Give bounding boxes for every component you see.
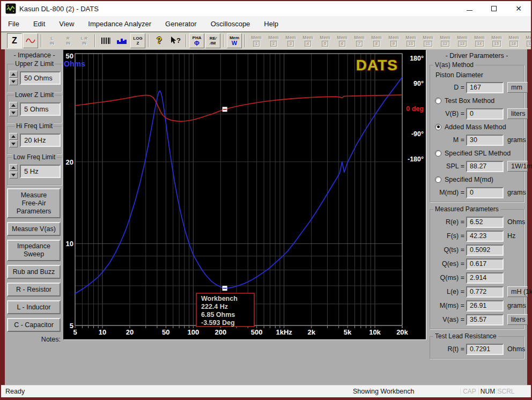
close-button[interactable]: ✕ [506, 1, 531, 16]
toolbar-mem-16-button[interactable]: Mem16 [506, 33, 522, 48]
toolbar-real-imaginary-button[interactable]: RE⁄⁄IM [205, 33, 220, 48]
parameter-value-field[interactable]: 0.772 [466, 286, 504, 298]
toolbar-mem-2-button[interactable]: Mem2 [265, 33, 282, 48]
toolbar-mem-15-button[interactable]: Mem15 [489, 33, 505, 48]
parameter-value-field[interactable]: 0.617 [466, 258, 504, 270]
chart-canvas[interactable]: 51020501002005001kHz2k5k10k20k5020105Ohm… [63, 50, 426, 339]
test-lead-resistance-group: Test Lead ResistanceR(t) =0.7291Ohms [430, 336, 524, 359]
toolbar-left-input-button[interactable]: LIN [45, 33, 60, 48]
parameter-value-field[interactable]: 0.5092 [466, 245, 504, 256]
app-icon [5, 3, 16, 14]
radio-added-mass-method[interactable] [435, 124, 441, 130]
limit-value-field[interactable]: 5 Ohms [20, 102, 61, 116]
minimize-icon [467, 10, 472, 11]
action-button-rub-and-buzz[interactable]: Rub and Buzz [7, 265, 61, 279]
parameter-value-field[interactable]: 2.914 [466, 272, 504, 284]
spin-down-button[interactable] [9, 172, 18, 179]
menu-item-edit[interactable]: Edit [26, 16, 52, 31]
action-button-l-inductor[interactable]: L - Inductor [7, 300, 61, 314]
maximize-button[interactable] [482, 1, 506, 16]
svg-text:-90°: -90° [411, 130, 424, 138]
unit-selector[interactable]: mH (1k) [507, 286, 528, 297]
menu-item-impedance-analyzer[interactable]: Impedance Analyzer [81, 16, 158, 31]
toolbar-mem-14-button[interactable]: Mem14 [471, 33, 487, 48]
radio-specified-spl-method[interactable] [435, 150, 441, 157]
parameter-value-field[interactable]: 26.91 [466, 300, 504, 312]
toolbar-mem-1-button[interactable]: Mem1 [248, 33, 264, 48]
toolbar-tone-keyboard-button[interactable] [98, 33, 113, 48]
spin-down-button[interactable] [9, 109, 18, 116]
parameter-value-field[interactable]: 0.7291 [466, 344, 504, 355]
spin-down-button[interactable] [9, 140, 18, 147]
toolbar-mem-17-button[interactable]: Mem17 [523, 33, 531, 48]
unit-selector[interactable]: 1W/1m [507, 161, 528, 172]
toolbar-mem-5-button[interactable]: Mem5 [317, 33, 333, 48]
toolbar-context-help-button[interactable]: ? [168, 33, 183, 48]
toolbar-mem-7-button[interactable]: Mem7 [351, 33, 367, 48]
spin-up-button[interactable] [9, 102, 18, 109]
toolbar-mem-11-button[interactable]: Mem11 [420, 33, 436, 48]
parameter-value-field[interactable]: 30 [466, 135, 504, 146]
toolbar-mem-12-button[interactable]: Mem12 [437, 33, 453, 48]
menu-item-view[interactable]: View [52, 16, 81, 31]
spin-up-button[interactable] [9, 164, 18, 171]
cursor-marker-phase[interactable] [223, 107, 227, 112]
parameter-value-field[interactable]: 88.27 [466, 161, 504, 172]
unit-selector[interactable]: mm [507, 82, 528, 93]
action-button-c-capacitor[interactable]: C - Capacitor [7, 318, 61, 332]
toolbar-separator [41, 34, 42, 47]
limit-value-field[interactable]: 5 Hz [20, 165, 61, 178]
parameter-value-field[interactable]: 42.23 [466, 231, 504, 242]
unit-selector[interactable]: liters [507, 314, 528, 325]
cursor-marker-impedance[interactable] [223, 286, 227, 291]
toolbar-spectrum-display-button[interactable] [114, 33, 129, 48]
toolbar-separator [223, 34, 224, 47]
toolbar-mem-13-button[interactable]: Mem13 [454, 33, 470, 48]
toolbar-memory-workbench-button[interactable]: MemW [227, 33, 242, 48]
toolbar-mem-3-button[interactable]: Mem3 [283, 33, 299, 48]
parameter-value-field[interactable]: 0 [466, 108, 504, 120]
toolbar-mem-9-button[interactable]: Mem9 [386, 33, 402, 48]
menu-item-file[interactable]: File [1, 16, 26, 31]
phase-phi-icon: PHAΦ [193, 35, 202, 47]
minimize-button[interactable] [457, 1, 482, 16]
toolbar-left-right-input-button[interactable]: L RIN [77, 33, 92, 48]
menu-item-help[interactable]: Help [257, 16, 285, 31]
toolbar-phase-display-button[interactable]: PHAΦ [189, 33, 204, 48]
parameter-value-field[interactable]: 167 [466, 82, 504, 93]
toolbar-help-button[interactable]: ? [152, 33, 167, 48]
action-button-measure-v-as-[interactable]: Measure V(as) [7, 222, 61, 236]
toolbar-generator-sine-button[interactable] [23, 33, 38, 48]
impedance-chart[interactable]: 51020501002005001kHz2k5k10k20k5020105Ohm… [63, 50, 426, 339]
unit-selector[interactable]: liters [507, 108, 528, 119]
up-arrow-icon [11, 104, 16, 107]
impedance-magnitude-curve [75, 77, 402, 294]
toolbar-log-z-scale-button[interactable]: LOGZ [130, 33, 145, 48]
toolbar-right-input-button[interactable]: RIN [61, 33, 76, 48]
radio-specified-m-md-[interactable] [435, 176, 441, 183]
limit-value-field[interactable]: 50 Ohms [20, 71, 61, 85]
parameter-value-field[interactable]: 35.57 [466, 314, 504, 325]
toolbar-mem-10-button[interactable]: Mem10 [403, 33, 419, 48]
toolbar-mem-4-button[interactable]: Mem4 [300, 33, 316, 48]
menu-item-oscilloscope[interactable]: Oscilloscope [204, 16, 257, 31]
toolbar-mem-8-button[interactable]: Mem8 [368, 33, 385, 48]
spin-down-button[interactable] [9, 78, 18, 85]
parameter-value-field[interactable]: 0 [466, 187, 504, 198]
menu-item-generator[interactable]: Generator [158, 16, 204, 31]
parameter-value-field[interactable]: 6.52 [466, 217, 504, 228]
action-button-impedance[interactable]: Impedance Sweep [7, 240, 61, 261]
mem-number-icon: 6 [339, 41, 345, 47]
parameter-row: V(as) =35.57liters [432, 313, 521, 327]
action-button-measure[interactable]: Measure Free-Air Parameters [7, 188, 61, 218]
toolbar-impedance-magnitude-button[interactable]: Z [7, 33, 22, 48]
limit-value-field[interactable]: 20 kHz [20, 134, 61, 147]
action-button-r-resistor[interactable]: R - Resistor [7, 283, 61, 297]
toolbar-mem-6-button[interactable]: Mem6 [334, 33, 350, 48]
radio-row: Specified M(md) [435, 173, 521, 186]
radio-test-box-method[interactable] [435, 98, 441, 104]
parameter-label: L(e) = [432, 288, 464, 295]
mem-label: Mem [268, 35, 278, 40]
spin-up-button[interactable] [9, 71, 18, 78]
spin-up-button[interactable] [9, 133, 18, 140]
